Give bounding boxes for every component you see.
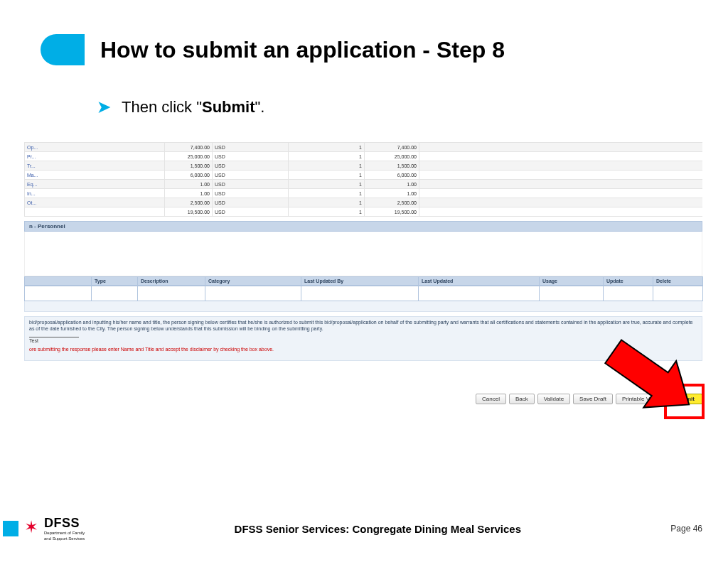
logo-text: DFSS Department of Family and Support Se… <box>44 517 85 541</box>
logo-acronym: DFSS <box>44 517 85 529</box>
column-header: Delete <box>653 276 703 286</box>
attachments-header-row: TypeDescriptionCategoryLast Updated ByLa… <box>24 276 702 286</box>
cell-total: 6,000.00 <box>365 171 419 180</box>
chevron-right-icon: ➤ <box>97 98 110 117</box>
cell-blank <box>419 171 703 180</box>
cell-qty: 1 <box>289 180 365 189</box>
cell-currency: USD <box>213 180 289 189</box>
footer-title: DFSS Senior Services: Congregate Dining … <box>85 523 670 535</box>
validate-button[interactable]: Validate <box>537 394 570 404</box>
cell-qty: 1 <box>289 207 365 217</box>
logo-square <box>3 521 18 536</box>
cell-currency: USD <box>213 152 289 161</box>
instruction-post: ". <box>255 98 265 116</box>
table-row: Op...7,400.00USD17,400.00 <box>25 143 703 152</box>
table-row: Ot...2,500.00USD12,500.00 <box>25 198 703 207</box>
screenshot-region: Op...7,400.00USD17,400.00Pr...25,000.00U… <box>24 142 702 361</box>
column-header: Update <box>604 276 653 286</box>
cell-amount: 2,500.00 <box>165 198 213 207</box>
cell-total: 2,500.00 <box>365 198 419 207</box>
cell-currency: USD <box>213 189 289 198</box>
cell-blank <box>419 180 703 189</box>
column-header: Category <box>205 276 301 286</box>
page-title: How to submit an application - Step 8 <box>100 37 505 63</box>
instruction-text: Then click "Submit". <box>122 98 264 117</box>
table-row: Ma...6,000.00USD16,000.00 <box>25 171 703 180</box>
cell-currency: USD <box>213 207 289 217</box>
cell-total: 1,500.00 <box>365 161 419 171</box>
signature-field[interactable]: Test <box>29 337 79 345</box>
logo-line2: and Support Services <box>44 536 85 541</box>
disclaimer-text: bid/proposal/application and inputting h… <box>29 320 697 333</box>
logo-line1: Department of Family <box>44 531 85 535</box>
cell-blank <box>419 189 703 198</box>
disclaimer-block: bid/proposal/application and inputting h… <box>24 316 702 361</box>
cell-amount: 7,400.00 <box>165 143 213 152</box>
title-block: How to submit an application - Step 8 <box>41 34 505 65</box>
cell-name[interactable]: In... <box>25 189 165 198</box>
cell-amount: 6,000.00 <box>165 171 213 180</box>
title-bullet-shape <box>41 34 85 65</box>
column-header <box>24 276 92 286</box>
cell-blank <box>419 161 703 171</box>
cell-qty: 1 <box>289 161 365 171</box>
column-header: Last Updated <box>419 276 540 286</box>
instruction-emph: Submit <box>202 98 255 116</box>
cell-name[interactable]: Ot... <box>25 198 165 207</box>
cell-qty: 1 <box>289 189 365 198</box>
cell-blank <box>419 152 703 161</box>
save-draft-button[interactable]: Save Draft <box>573 394 613 404</box>
cell-currency: USD <box>213 171 289 180</box>
cancel-button[interactable]: Cancel <box>476 394 506 404</box>
personnel-empty-area <box>24 232 702 276</box>
instruction-line: ➤ Then click "Submit". <box>97 98 264 117</box>
back-button[interactable]: Back <box>509 394 535 404</box>
cell-amount: 1.00 <box>165 189 213 198</box>
attachments-separator <box>24 301 702 312</box>
table-row: Tr...1,500.00USD11,500.00 <box>25 161 703 171</box>
printable-view-button[interactable]: Printable View <box>616 394 665 404</box>
cell-total: 1.00 <box>365 189 419 198</box>
cell-blank <box>419 198 703 207</box>
instruction-pre: Then click " <box>122 98 202 116</box>
cell-qty: 1 <box>289 198 365 207</box>
cell-qty: 1 <box>289 152 365 161</box>
cell-qty: 1 <box>289 171 365 180</box>
table-row: 19,500.00USD119,500.00 <box>25 207 703 217</box>
submit-button[interactable]: Submit <box>668 394 702 404</box>
column-header: Type <box>92 276 138 286</box>
dfss-logo: ✶ DFSS Department of Family and Support … <box>3 517 85 541</box>
cell-amount: 1,500.00 <box>165 161 213 171</box>
cell-name[interactable]: Tr... <box>25 161 165 171</box>
cell-currency: USD <box>213 161 289 171</box>
section-header-personnel: n - Personnel <box>24 221 702 232</box>
cell-total: 1.00 <box>365 180 419 189</box>
cell-blank <box>419 143 703 152</box>
table-row: Eq...1.00USD11.00 <box>25 180 703 189</box>
cell-amount: 25,000.00 <box>165 152 213 161</box>
cell-total: 7,400.00 <box>365 143 419 152</box>
slide: How to submit an application - Step 8 ➤ … <box>0 0 728 562</box>
star-icon: ✶ <box>24 519 38 536</box>
cell-name[interactable] <box>25 207 165 217</box>
cell-amount: 1.00 <box>165 180 213 189</box>
column-header: Usage <box>540 276 604 286</box>
cell-total: 19,500.00 <box>365 207 419 217</box>
footer: ✶ DFSS Department of Family and Support … <box>0 517 728 541</box>
cell-currency: USD <box>213 198 289 207</box>
cell-name[interactable]: Ma... <box>25 171 165 180</box>
column-header: Description <box>138 276 205 286</box>
cell-total: 25,000.00 <box>365 152 419 161</box>
cell-name[interactable]: Eq... <box>25 180 165 189</box>
cell-amount: 19,500.00 <box>165 207 213 217</box>
cell-blank <box>419 207 703 217</box>
attachments-empty-row <box>24 286 702 301</box>
cell-name[interactable]: Op... <box>25 143 165 152</box>
table-row: In...1.00USD11.00 <box>25 189 703 198</box>
budget-table: Op...7,400.00USD17,400.00Pr...25,000.00U… <box>24 142 702 217</box>
cell-name[interactable]: Pr... <box>25 152 165 161</box>
column-header: Last Updated By <box>301 276 419 286</box>
cell-currency: USD <box>213 143 289 152</box>
error-message: ore submitting the response please enter… <box>29 347 697 353</box>
cell-qty: 1 <box>289 143 365 152</box>
